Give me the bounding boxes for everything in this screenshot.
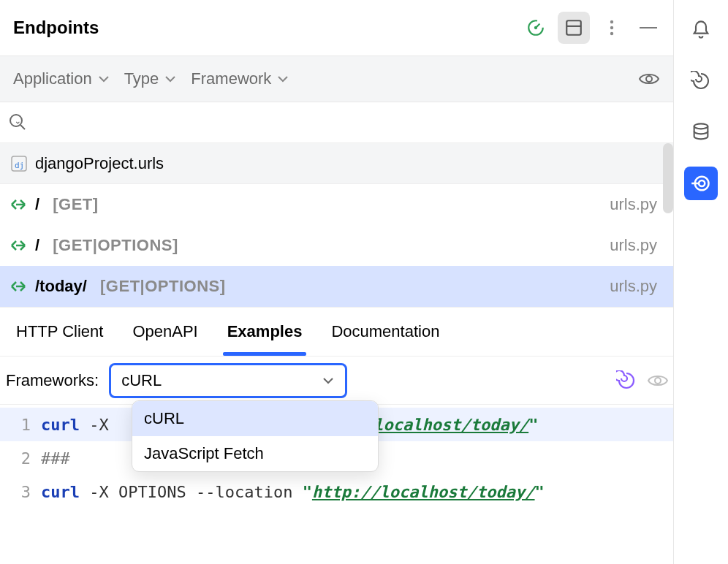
svg-point-13 bbox=[655, 378, 661, 384]
svg-point-16 bbox=[699, 180, 705, 186]
visibility-icon[interactable] bbox=[647, 373, 669, 389]
spiral-icon[interactable] bbox=[616, 370, 637, 391]
endpoints-tool-icon[interactable] bbox=[684, 167, 718, 200]
notifications-icon[interactable] bbox=[684, 13, 718, 47]
svg-point-5 bbox=[610, 20, 613, 23]
spiral-tool-icon[interactable] bbox=[684, 64, 718, 98]
framework-dropdown: cURL JavaScript Fetch bbox=[132, 400, 379, 472]
endpoint-methods: [GET] bbox=[53, 195, 98, 214]
endpoint-file: urls.py bbox=[610, 236, 663, 255]
tab-documentation[interactable]: Documentation bbox=[331, 309, 439, 354]
endpoint-icon bbox=[10, 280, 26, 293]
endpoint-methods: [GET|OPTIONS] bbox=[53, 236, 178, 255]
endpoint-path: / bbox=[35, 195, 39, 214]
endpoint-group-header[interactable]: dj djangoProject.urls bbox=[0, 143, 673, 184]
frameworks-label: Frameworks: bbox=[6, 371, 99, 390]
svg-line-10 bbox=[20, 125, 25, 129]
minimize-button[interactable] bbox=[640, 27, 657, 28]
group-label: djangoProject.urls bbox=[35, 154, 164, 173]
django-file-icon: dj bbox=[10, 155, 28, 172]
endpoint-row[interactable]: /today/ [GET|OPTIONS] urls.py bbox=[0, 266, 673, 307]
type-filter-label: Type bbox=[124, 69, 159, 88]
svg-point-14 bbox=[694, 123, 708, 129]
svg-rect-3 bbox=[566, 20, 581, 35]
scrollbar-thumb[interactable] bbox=[663, 143, 673, 213]
endpoint-row[interactable]: / [GET|OPTIONS] urls.py bbox=[0, 225, 673, 266]
endpoint-icon bbox=[10, 239, 26, 252]
database-icon[interactable] bbox=[684, 115, 718, 149]
framework-option-jsfetch[interactable]: JavaScript Fetch bbox=[132, 436, 378, 471]
svg-point-7 bbox=[610, 32, 613, 35]
tab-examples[interactable]: Examples bbox=[227, 309, 303, 354]
framework-select-value: cURL bbox=[121, 371, 322, 390]
search-icon[interactable] bbox=[7, 112, 29, 134]
chevron-down-icon bbox=[322, 376, 335, 385]
framework-option-curl[interactable]: cURL bbox=[132, 401, 378, 436]
tab-openapi[interactable]: OpenAPI bbox=[132, 309, 197, 354]
layout-icon-button[interactable] bbox=[558, 12, 590, 44]
visibility-icon[interactable] bbox=[638, 71, 660, 87]
type-filter[interactable]: Type bbox=[124, 69, 177, 88]
panel-title: Endpoints bbox=[13, 18, 520, 38]
endpoint-file: urls.py bbox=[610, 277, 663, 296]
svg-text:dj: dj bbox=[15, 161, 24, 170]
application-filter-label: Application bbox=[13, 69, 92, 88]
line-number: 1 bbox=[0, 416, 41, 434]
endpoint-icon bbox=[10, 198, 26, 211]
framework-filter[interactable]: Framework bbox=[191, 69, 289, 88]
line-number: 2 bbox=[0, 449, 41, 468]
svg-point-8 bbox=[646, 76, 652, 82]
framework-filter-label: Framework bbox=[191, 69, 271, 88]
line-number: 3 bbox=[0, 483, 41, 501]
meter-icon-button[interactable] bbox=[520, 12, 552, 44]
endpoint-file: urls.py bbox=[610, 195, 663, 214]
svg-line-2 bbox=[536, 24, 539, 28]
svg-point-9 bbox=[10, 115, 22, 126]
more-icon-button[interactable] bbox=[596, 12, 628, 44]
application-filter[interactable]: Application bbox=[13, 69, 110, 88]
endpoint-methods: [GET|OPTIONS] bbox=[100, 277, 226, 296]
endpoint-path: /today/ bbox=[35, 277, 87, 296]
code-line: 3 curl -X OPTIONS --location "http://loc… bbox=[0, 475, 673, 508]
tab-http-client[interactable]: HTTP Client bbox=[16, 309, 103, 354]
endpoint-path: / bbox=[35, 236, 39, 255]
svg-point-6 bbox=[610, 26, 613, 29]
framework-select[interactable]: cURL bbox=[109, 363, 347, 398]
endpoint-row[interactable]: / [GET] urls.py bbox=[0, 184, 673, 225]
